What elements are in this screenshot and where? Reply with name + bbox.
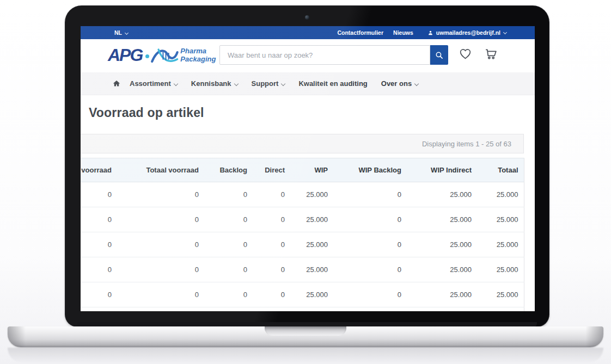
nav-item-over-ons[interactable]: Over ons	[381, 79, 418, 88]
column-header: WIP Backlog	[333, 158, 407, 182]
language-selector[interactable]: NL	[114, 29, 128, 36]
cart-icon	[483, 46, 499, 61]
table-cell: 25.000	[407, 232, 477, 257]
laptop-mockup: NL Contactformulier Nieuws uwmailadres@b…	[0, 0, 611, 364]
table-cell: 25.000	[477, 257, 524, 282]
chevron-down-icon	[414, 81, 419, 85]
table-cell: 25.000	[290, 257, 333, 282]
table-cell: 25.000	[477, 182, 524, 207]
user-email: uwmailadres@bedrijf.nl	[436, 29, 500, 36]
stock-table-card: Displaying items 1 - 25 of 63 voorraad T…	[81, 134, 524, 311]
table-cell: 0	[117, 232, 204, 257]
table-row-partial	[81, 307, 524, 312]
table-cell: 25.000	[290, 232, 333, 257]
table-cell: 25.000	[407, 282, 477, 307]
browser-viewport: NL Contactformulier Nieuws uwmailadres@b…	[81, 26, 535, 311]
pagination-status-bar: Displaying items 1 - 25 of 63	[81, 134, 524, 153]
table-cell: 0	[81, 282, 117, 307]
table-cell: 25.000	[290, 282, 333, 307]
dna-helix-icon	[150, 45, 179, 66]
table-row[interactable]: 0 0 0 0 25.000 0 25.000 25.000	[81, 232, 524, 257]
table-cell: 25.000	[407, 207, 477, 232]
chevron-down-icon	[234, 81, 238, 85]
search-input[interactable]	[219, 45, 430, 65]
table-cell: 25.000	[477, 282, 524, 307]
logo-text: APG	[108, 44, 142, 66]
table-cell: 0	[204, 207, 253, 232]
search-icon	[435, 51, 444, 60]
table-header-row: voorraad Totaal voorraad Backlog Direct …	[81, 158, 524, 182]
heart-icon	[458, 47, 473, 60]
laptop-screen: NL Contactformulier Nieuws uwmailadres@b…	[65, 6, 549, 326]
language-label: NL	[114, 29, 122, 36]
laptop-thumb-notch	[265, 326, 346, 336]
column-header: Totaal	[477, 158, 524, 182]
table-cell: 0	[204, 232, 253, 257]
table-cell: 0	[204, 282, 253, 307]
cart-button[interactable]	[483, 46, 499, 63]
table-cell: 0	[81, 207, 117, 232]
table-cell: 0	[333, 232, 407, 257]
table-cell: 0	[253, 232, 290, 257]
table-cell: 25.000	[477, 232, 524, 257]
webcam-dot	[305, 15, 309, 20]
table-cell: 0	[253, 282, 290, 307]
main-navigation: Assortiment Kennisbank Support Kwaliteit…	[81, 72, 535, 95]
table-cell: 25.000	[407, 257, 477, 282]
search-bar	[219, 45, 448, 65]
news-link[interactable]: Nieuws	[393, 29, 413, 36]
table-cell: 25.000	[407, 182, 477, 207]
nav-item-kwaliteit[interactable]: Kwaliteit en auditing	[298, 79, 367, 88]
table-cell: 0	[204, 182, 253, 207]
wishlist-button[interactable]	[458, 47, 473, 62]
stock-table: voorraad Totaal voorraad Backlog Direct …	[81, 158, 524, 311]
nav-item-assortiment[interactable]: Assortiment	[130, 79, 178, 88]
site-logo[interactable]: APG Pharma Packaging	[108, 44, 216, 66]
table-cell: 0	[81, 182, 117, 207]
table-cell: 0	[204, 257, 253, 282]
table-row[interactable]: 0 0 0 0 25.000 0 25.000 25.000	[81, 257, 524, 282]
table-cell: 0	[117, 282, 204, 307]
table-cell: 0	[117, 257, 204, 282]
displaying-items-text: Displaying items 1 - 25 of 63	[422, 140, 511, 148]
laptop-reflection	[8, 348, 603, 363]
nav-item-kennisbank[interactable]: Kennisbank	[191, 79, 238, 88]
column-header: WIP	[290, 158, 333, 182]
table-cell: 0	[333, 282, 407, 307]
column-header: voorraad	[81, 158, 117, 182]
table-cell: 0	[253, 257, 290, 282]
chevron-down-icon	[281, 81, 285, 85]
logo-dot	[145, 54, 149, 58]
table-cell: 25.000	[290, 182, 333, 207]
table-cell: 0	[253, 207, 290, 232]
table-cell: 0	[333, 182, 407, 207]
table-row[interactable]: 0 0 0 0 25.000 0 25.000 25.000	[81, 182, 524, 207]
table-row[interactable]: 0 0 0 0 25.000 0 25.000 25.000	[81, 207, 524, 232]
table-cell: 25.000	[477, 207, 524, 232]
top-utility-bar: NL Contactformulier Nieuws uwmailadres@b…	[81, 26, 535, 39]
table-cell: 0	[117, 182, 204, 207]
table-cell: 0	[253, 182, 290, 207]
table-cell: 0	[81, 257, 117, 282]
chevron-down-icon	[125, 31, 129, 35]
account-menu[interactable]: uwmailadres@bedrijf.nl	[427, 29, 506, 36]
laptop-base	[8, 326, 603, 347]
column-header: Direct	[253, 158, 290, 182]
user-icon	[427, 30, 433, 36]
search-button[interactable]	[430, 45, 448, 65]
table-cell: 0	[117, 207, 204, 232]
table-row[interactable]: 0 0 0 0 25.000 0 25.000 25.000	[81, 282, 524, 307]
site-header: APG Pharma Packaging	[81, 39, 535, 72]
column-header: WIP Indirect	[407, 158, 477, 182]
chevron-down-icon	[503, 30, 507, 34]
logo-tagline: Pharma Packaging	[180, 47, 216, 64]
home-nav-button[interactable]	[112, 79, 121, 88]
table-cell: 25.000	[290, 207, 333, 232]
nav-item-support[interactable]: Support	[252, 79, 285, 88]
table-cell: 0	[81, 232, 117, 257]
contact-link[interactable]: Contactformulier	[337, 29, 383, 36]
table-cell: 0	[333, 257, 407, 282]
chevron-down-icon	[174, 81, 178, 85]
page-title: Voorraad op artikel	[89, 106, 204, 120]
column-header: Totaal voorraad	[117, 158, 204, 182]
